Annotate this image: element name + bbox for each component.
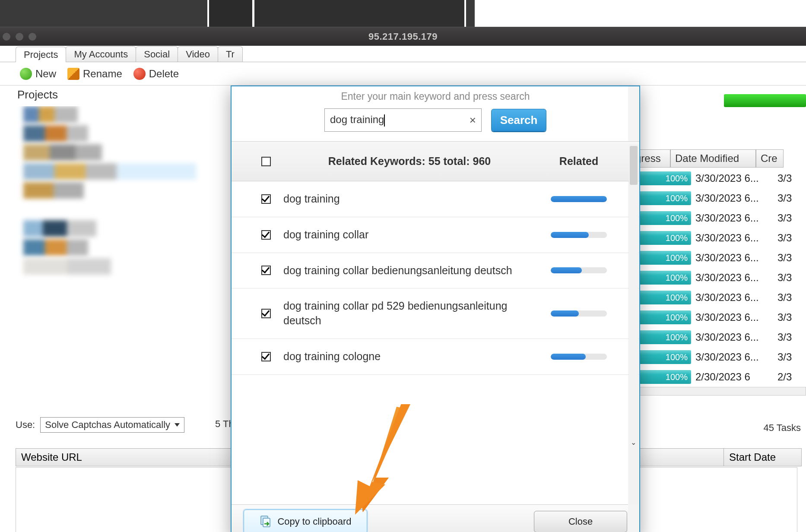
- tab-video[interactable]: Video: [178, 46, 218, 62]
- close-button[interactable]: Close: [534, 511, 627, 532]
- created-cell: 3/3: [777, 192, 799, 204]
- clear-input-icon[interactable]: ×: [470, 114, 476, 127]
- rename-label: Rename: [83, 68, 122, 80]
- col-start-date[interactable]: Start Date: [724, 448, 802, 466]
- modal-vscroll[interactable]: ⌄: [629, 144, 638, 504]
- captcha-select-value: Solve Captchas Automatically: [45, 419, 170, 431]
- date-cell: 3/30/2023 6...: [695, 311, 777, 323]
- related-bar: [536, 196, 622, 202]
- date-cell: 3/30/2023 6...: [695, 272, 777, 284]
- date-cell: 3/30/2023 6...: [695, 331, 777, 343]
- select-all-checkbox[interactable]: [261, 157, 271, 166]
- keyword-row[interactable]: dog training cologne: [232, 339, 639, 375]
- date-cell: 3/30/2023 6...: [695, 291, 777, 304]
- grid-row[interactable]: 100%3/30/2023 6...3/3: [631, 288, 806, 307]
- tasks-count-label: 45 Tasks: [764, 422, 801, 434]
- grid-row[interactable]: 100%3/30/2023 6...3/3: [631, 248, 806, 268]
- use-row: Use: Solve Captchas Automatically: [16, 417, 184, 433]
- close-window-dot[interactable]: [3, 33, 10, 41]
- keyword-text: dog training: [283, 192, 536, 206]
- grid-header-row: gress Date Modified Cre: [631, 149, 784, 168]
- tab-projects[interactable]: Projects: [16, 47, 66, 62]
- grid-row[interactable]: 100%3/30/2023 6...3/3: [631, 327, 806, 347]
- grid-row[interactable]: 100%3/30/2023 6...3/3: [631, 188, 806, 208]
- chevron-down-icon[interactable]: ⌄: [631, 438, 636, 446]
- results-count-label: Related Keywords: 55 total: 960: [283, 155, 536, 168]
- related-bar: [536, 310, 622, 317]
- keyword-text: dog training collar: [283, 228, 536, 242]
- created-cell: 3/3: [777, 331, 799, 343]
- keyword-row[interactable]: dog training collar pd 529 bedienungsanl…: [232, 288, 639, 339]
- new-button[interactable]: New: [20, 68, 56, 80]
- grid-row[interactable]: 100%3/30/2023 6...3/3: [631, 228, 806, 248]
- related-bar: [536, 267, 622, 273]
- minimize-window-dot[interactable]: [16, 33, 23, 41]
- grid-row[interactable]: 100%3/30/2023 6...3/3: [631, 347, 806, 367]
- created-cell: 3/3: [777, 351, 799, 363]
- created-cell: 2/3: [777, 371, 799, 383]
- search-button[interactable]: Search: [491, 109, 546, 131]
- keyword-text: dog training cologne: [283, 349, 536, 364]
- modal-scroll-thumb[interactable]: [630, 146, 638, 185]
- tab-tr[interactable]: Tr: [218, 46, 243, 62]
- col-related: Related: [536, 155, 622, 168]
- copy-button-label: Copy to clipboard: [277, 516, 351, 527]
- svg-rect-1: [263, 518, 270, 527]
- col-created[interactable]: Cre: [756, 149, 784, 168]
- window-traffic-lights[interactable]: [3, 33, 36, 41]
- date-cell: 3/30/2023 6...: [695, 172, 777, 184]
- delete-button[interactable]: Delete: [133, 68, 179, 80]
- col-date-modified[interactable]: Date Modified: [670, 149, 756, 168]
- grid-row[interactable]: 100%3/30/2023 6...3/3: [631, 208, 806, 228]
- tab-social[interactable]: Social: [136, 46, 178, 62]
- grid-row[interactable]: 100%2/30/2023 62/3: [631, 367, 806, 387]
- related-bar: [536, 354, 622, 360]
- copy-to-clipboard-button[interactable]: Copy to clipboard: [244, 510, 367, 532]
- grid-hscroll[interactable]: [631, 387, 806, 396]
- created-cell: 3/3: [777, 252, 799, 264]
- grid-row[interactable]: 100%3/30/2023 6...3/3: [631, 168, 806, 188]
- delete-label: Delete: [149, 68, 179, 80]
- keyword-search-value: dog training: [330, 114, 470, 127]
- modal-footer: Copy to clipboard Close: [232, 504, 639, 532]
- window-title: 95.217.195.179: [368, 31, 438, 42]
- row-checkbox[interactable]: [261, 352, 271, 361]
- tab-my-accounts[interactable]: My Accounts: [66, 46, 136, 62]
- macos-menubar-strip: [0, 0, 806, 27]
- row-checkbox[interactable]: [261, 194, 271, 204]
- brand-logo-strip: [724, 94, 806, 107]
- keyword-text: dog training collar bedienungsanleitung …: [283, 263, 536, 278]
- date-cell: 2/30/2023 6: [695, 371, 777, 383]
- grid-row[interactable]: 100%3/30/2023 6...3/3: [631, 307, 806, 327]
- project-toolbar: New Rename Delete: [0, 62, 806, 86]
- keyword-row[interactable]: dog training collar: [232, 217, 639, 253]
- keyword-row[interactable]: dog training collar bedienungsanleitung …: [232, 253, 639, 289]
- search-button-label: Search: [500, 114, 538, 127]
- created-cell: 3/3: [777, 172, 799, 184]
- plus-icon: [20, 68, 32, 80]
- main-tab-row: ProjectsMy AccountsSocialVideoTr: [0, 46, 806, 62]
- date-cell: 3/30/2023 6...: [695, 192, 777, 204]
- projects-list[interactable]: [16, 106, 232, 391]
- rename-button[interactable]: Rename: [67, 68, 122, 80]
- row-checkbox[interactable]: [261, 266, 271, 275]
- row-checkbox[interactable]: [261, 230, 271, 240]
- modal-instruction: Enter your main keyword and press search: [240, 91, 631, 102]
- captcha-select[interactable]: Solve Captchas Automatically: [40, 417, 184, 433]
- date-cell: 3/30/2023 6...: [695, 252, 777, 264]
- created-cell: 3/3: [777, 232, 799, 244]
- keyword-text: dog training collar pd 529 bedienungsanl…: [283, 299, 536, 328]
- date-cell: 3/30/2023 6...: [695, 232, 777, 244]
- keyword-search-input[interactable]: dog training ×: [324, 108, 482, 132]
- new-label: New: [35, 68, 56, 80]
- date-cell: 3/30/2023 6...: [695, 212, 777, 224]
- grid-rows: 100%3/30/2023 6...3/3100%3/30/2023 6...3…: [631, 168, 806, 387]
- date-cell: 3/30/2023 6...: [695, 351, 777, 363]
- text-caret: [384, 114, 385, 127]
- grid-row[interactable]: 100%3/30/2023 6...3/3: [631, 268, 806, 288]
- keyword-row[interactable]: dog training: [232, 181, 639, 217]
- row-checkbox[interactable]: [261, 309, 271, 318]
- results-list: dog trainingdog training collardog train…: [232, 181, 639, 504]
- zoom-window-dot[interactable]: [29, 33, 36, 41]
- results-header: Related Keywords: 55 total: 960 Related: [232, 142, 639, 181]
